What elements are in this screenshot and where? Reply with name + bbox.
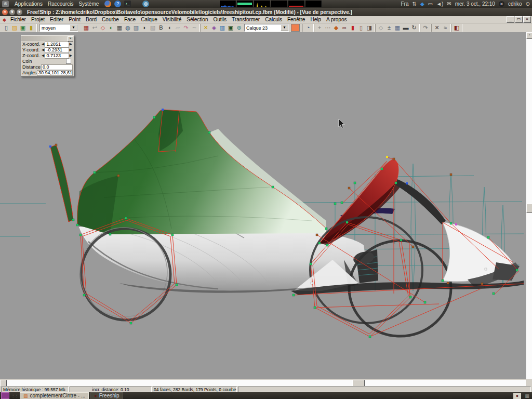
mdi-minimize-icon[interactable]: _ xyxy=(507,16,514,23)
coordinate-dialog[interactable]: × X-coord. ◀ 1.2851 ▶ Y-coord. ◀ -0.2931… xyxy=(21,35,74,77)
control-net-icon[interactable]: ▦ xyxy=(82,24,90,32)
dialog-close-icon[interactable]: × xyxy=(68,36,73,42)
taskbar-item-freeship[interactable]: ●Freeship xyxy=(90,392,123,399)
wave-tool-icon[interactable]: ≈ xyxy=(441,24,449,32)
trash-icon[interactable]: ▦ xyxy=(523,393,531,399)
control-point-magenta[interactable] xyxy=(455,223,457,225)
menu-calculs[interactable]: Calculs xyxy=(262,17,285,22)
close-window-icon[interactable]: × xyxy=(2,9,8,15)
cut-tool-icon[interactable]: ✕ xyxy=(202,24,210,32)
x-decrement-icon[interactable]: ◀ xyxy=(41,42,45,46)
menu-fenêtre[interactable]: Fenêtre xyxy=(285,17,308,22)
zebra-shading-icon[interactable]: ▥ xyxy=(132,24,140,32)
vertical-scrollbar[interactable]: ▪ xyxy=(526,32,532,379)
corner-checkbox[interactable] xyxy=(66,59,71,64)
scroll-up-icon[interactable]: ▪ xyxy=(526,32,532,39)
increment-icon[interactable]: ± xyxy=(385,24,393,32)
select-locked-icon[interactable]: ◨ xyxy=(365,24,374,32)
intersection-table-icon[interactable]: ▦ xyxy=(393,24,402,32)
z-decrement-icon[interactable]: ◀ xyxy=(41,54,45,58)
perspective-view[interactable]: × X-coord. ◀ 1.2851 ▶ Y-coord. ◀ -0.2931… xyxy=(0,32,532,379)
precision-combo[interactable]: moyen▼ xyxy=(39,24,78,32)
viewport-settings-icon[interactable]: ▥ xyxy=(218,24,227,32)
open-folder-icon[interactable]: ▨ xyxy=(10,24,19,32)
user-name[interactable]: cdriko xyxy=(508,1,522,7)
chevron-down-icon[interactable]: ▼ xyxy=(281,24,288,31)
point-list-icon[interactable]: ⋯ xyxy=(324,24,332,32)
minimize-window-icon[interactable]: ∨ xyxy=(9,9,15,15)
new-file-icon[interactable]: ▯ xyxy=(2,24,10,32)
menu-calque[interactable]: Calque xyxy=(138,17,160,22)
firefox-icon[interactable] xyxy=(104,1,111,7)
lock-points-icon[interactable]: ▮ xyxy=(349,24,357,32)
check-point-icon[interactable]: ◇ xyxy=(377,24,385,32)
rotate-tool-icon[interactable]: ↻ xyxy=(410,24,418,32)
network-arrows-icon[interactable]: ⇅ xyxy=(412,1,416,7)
user-avatar[interactable]: ✕ xyxy=(499,1,504,7)
coordinate-dialog-titlebar[interactable]: × xyxy=(21,36,74,41)
dropbox-icon[interactable]: ◆ xyxy=(420,1,424,7)
move-tool-icon[interactable]: + xyxy=(315,24,324,32)
panel-menu-applications[interactable]: Applications xyxy=(12,1,45,7)
maximize-window-icon[interactable]: ● xyxy=(17,9,22,15)
menu-a-propos[interactable]: A propos xyxy=(324,17,349,22)
menu-projet[interactable]: Projet xyxy=(29,17,47,22)
x-coord-field[interactable]: 1.2851 xyxy=(45,42,69,47)
terminal-icon[interactable]: ›_ xyxy=(124,1,131,7)
menu-editer[interactable]: Editer xyxy=(47,17,66,22)
menu-help[interactable]: Help xyxy=(308,17,324,22)
menu-fichier[interactable]: Fichier xyxy=(8,17,29,22)
volume-icon[interactable]: ◄) xyxy=(436,1,443,7)
find-point-icon[interactable]: ∞ xyxy=(340,24,349,32)
control-point-yellow[interactable] xyxy=(386,156,388,158)
save-file-icon[interactable]: ▣ xyxy=(19,24,27,32)
freeship-tray-icon[interactable]: ● xyxy=(513,393,521,399)
show-desktop-icon[interactable] xyxy=(1,392,9,399)
developable-check-icon[interactable]: ◗ xyxy=(140,24,149,32)
menu-sélection[interactable]: Sélection xyxy=(184,17,210,22)
z-increment-icon[interactable]: ▶ xyxy=(69,54,73,58)
undo-curve-icon[interactable]: ↷ xyxy=(182,24,190,32)
curvature-plot-icon[interactable]: B xyxy=(157,24,165,32)
browser-swirl-icon[interactable]: ◍ xyxy=(142,1,149,7)
z-coord-field[interactable]: 0.7123 xyxy=(45,53,69,59)
clock[interactable]: mer. 3 oct., 22:10 xyxy=(455,1,495,7)
mail-icon[interactable]: ✉ xyxy=(447,1,451,7)
sphere-view-icon[interactable]: ◔ xyxy=(304,24,312,32)
window-titlebar[interactable]: × ∨ ● Free!Ship : Z:\home\cdriko\Dropbox… xyxy=(0,8,532,16)
x-increment-icon[interactable]: ▶ xyxy=(69,42,73,46)
distro-menu-icon[interactable]: ⊛ xyxy=(2,1,9,7)
render-settings-icon[interactable]: ▣ xyxy=(227,24,235,32)
menu-courbe[interactable]: Courbe xyxy=(99,17,122,22)
interior-edges-icon[interactable]: ▦ xyxy=(115,24,124,32)
unlock-points-icon[interactable]: ▯ xyxy=(357,24,365,32)
menu-face[interactable]: Face xyxy=(122,17,138,22)
horizontal-scrollbar[interactable] xyxy=(0,380,526,386)
layer-color-swatch[interactable] xyxy=(291,24,300,32)
menu-point[interactable]: Point xyxy=(66,17,83,22)
mdi-restore-icon[interactable]: ▭ xyxy=(515,16,523,23)
angles-field[interactable]: 30.94;101.28,61.61 xyxy=(37,70,73,76)
shade-model-icon[interactable]: ◐ xyxy=(107,24,115,32)
menu-visibilité[interactable]: Visibilité xyxy=(160,17,184,22)
mdi-close-icon[interactable]: × xyxy=(523,16,531,23)
insert-plane-icon[interactable]: ◆ xyxy=(332,24,340,32)
taskbar-item-completementcintre[interactable]: ▨completementCintre - ... xyxy=(20,392,89,399)
solid-tool-icon[interactable]: ▬ xyxy=(402,24,410,32)
y-coord-field[interactable]: -0.2931 xyxy=(45,47,69,53)
panel-menu-système[interactable]: Système xyxy=(76,1,101,7)
layer-combo[interactable]: Calque 23▼ xyxy=(244,24,289,32)
pattern-tool-icon[interactable]: ⊛ xyxy=(235,24,243,32)
delete-tool-icon[interactable]: ✕ xyxy=(433,24,441,32)
y-increment-icon[interactable]: ▶ xyxy=(69,48,73,52)
vertical-scroll-thumb[interactable] xyxy=(526,204,532,213)
menu-outils[interactable]: Outils xyxy=(211,17,230,22)
chevron-down-icon[interactable]: ▼ xyxy=(70,24,77,31)
display-icon[interactable]: ▭ xyxy=(428,1,433,7)
keyboard-indicator[interactable]: Fra xyxy=(401,1,408,7)
new-curve-icon[interactable]: ↷ xyxy=(421,24,430,32)
check-faces-icon[interactable]: ◇ xyxy=(99,24,107,32)
move-point-icon[interactable]: ↩ xyxy=(90,24,99,32)
flowlines-icon[interactable]: ◖ xyxy=(165,24,174,32)
gauss-curvature-icon[interactable]: ◍ xyxy=(124,24,132,32)
